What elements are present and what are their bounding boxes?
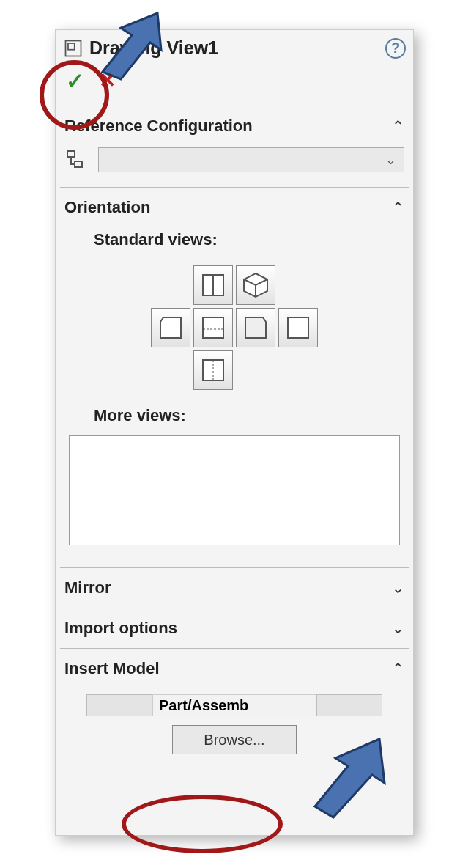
help-icon[interactable]: ? <box>385 38 406 59</box>
chevron-up-icon: ⌃ <box>392 660 404 677</box>
section-reference-configuration[interactable]: Reference Configuration ⌃ <box>63 109 406 143</box>
section-label: Insert Model <box>64 659 160 678</box>
empty-cell <box>151 265 190 305</box>
view-top-button[interactable] <box>193 265 233 305</box>
section-label: Import options <box>64 619 177 638</box>
more-views-listbox[interactable] <box>69 435 400 545</box>
cancel-button[interactable]: ✕ <box>99 70 116 92</box>
chevron-up-icon: ⌃ <box>392 199 404 216</box>
standard-views-grid <box>64 265 404 390</box>
section-orientation[interactable]: Orientation ⌃ <box>63 191 406 224</box>
drawing-view-icon <box>63 38 84 59</box>
section-label: Orientation <box>64 198 150 217</box>
standard-views-label: Standard views: <box>64 227 404 257</box>
svg-rect-7 <box>203 317 223 338</box>
section-import-options[interactable]: Import options ⌄ <box>63 611 406 645</box>
chevron-down-icon: ⌄ <box>392 579 404 597</box>
view-front-button[interactable] <box>193 308 233 347</box>
view-right-button[interactable] <box>236 308 275 347</box>
reference-config-body: ⌄ <box>63 143 406 184</box>
section-mirror[interactable]: Mirror ⌄ <box>63 571 406 605</box>
part-left-box <box>86 694 152 716</box>
empty-cell <box>236 350 275 390</box>
action-row: ✓ ✕ <box>63 63 406 103</box>
svg-rect-3 <box>75 161 82 167</box>
empty-cell <box>278 265 318 305</box>
panel-header: Drawing View1 ? <box>63 34 406 63</box>
chevron-up-icon: ⌃ <box>392 117 404 135</box>
view-bottom-button[interactable] <box>193 350 233 390</box>
chevron-down-icon: ⌄ <box>392 619 404 637</box>
empty-cell <box>278 350 318 390</box>
svg-rect-2 <box>67 151 75 157</box>
insert-model-body: Part/Assemb Browse... <box>63 685 406 762</box>
ok-button[interactable]: ✓ <box>66 70 84 92</box>
svg-rect-10 <box>203 360 223 380</box>
divider <box>60 187 409 188</box>
view-left-button[interactable] <box>151 308 190 347</box>
panel-title: Drawing View1 <box>89 37 379 59</box>
part-assembly-header: Part/Assemb <box>152 694 316 716</box>
divider <box>60 608 409 608</box>
browse-button[interactable]: Browse... <box>172 725 297 754</box>
config-dropdown[interactable]: ⌄ <box>98 147 404 172</box>
section-label: Reference Configuration <box>64 117 253 136</box>
svg-rect-1 <box>68 43 75 50</box>
divider <box>60 106 409 106</box>
more-views-label: More views: <box>64 403 404 433</box>
orientation-body: Standard views: More views: <box>63 224 406 564</box>
section-label: Mirror <box>64 578 111 597</box>
svg-rect-9 <box>288 317 308 338</box>
divider <box>60 648 409 649</box>
part-assembly-row: Part/Assemb <box>86 694 382 716</box>
view-isometric-button[interactable] <box>236 265 275 305</box>
config-tree-icon <box>64 148 88 172</box>
part-right-box <box>316 694 382 716</box>
empty-cell <box>151 350 190 390</box>
chevron-down-icon: ⌄ <box>385 152 396 168</box>
divider <box>60 567 409 568</box>
view-back-button[interactable] <box>278 308 318 347</box>
property-panel: Drawing View1 ? ✓ ✕ Reference Configurat… <box>55 29 414 836</box>
section-insert-model[interactable]: Insert Model ⌃ <box>63 652 406 685</box>
